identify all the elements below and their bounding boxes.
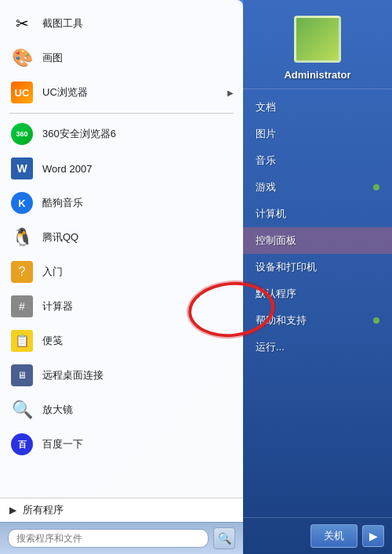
right-menu-item-help-support[interactable]: 帮助和支持 [243, 307, 392, 334]
start-menu: ✂ 截图工具 🎨 画图 UC UC浏览器 ▶ [0, 0, 392, 554]
right-menu-label-default-programs: 默认程序 [256, 287, 296, 301]
calculator-icon: # [9, 294, 34, 319]
search-bar: 🔍 [0, 522, 243, 554]
menu-item-word2007[interactable]: W Word 2007 [0, 151, 243, 186]
qq-icon: 🐧 [9, 225, 34, 250]
paint-icon: 🎨 [9, 45, 34, 71]
dot-indicator-2 [373, 317, 379, 324]
all-programs-item[interactable]: ▶ 所有程序 [0, 498, 243, 522]
menu-item-360-browser[interactable]: 360 360安全浏览器6 [0, 117, 243, 151]
all-programs-label: 所有程序 [23, 503, 64, 517]
menu-item-uc-browser[interactable]: UC UC浏览器 ▶ [0, 75, 243, 110]
right-menu-item-run[interactable]: 运行... [243, 334, 392, 360]
right-menu-label-documents: 文档 [256, 100, 276, 114]
right-menu-items: 文档 图片 音乐 游戏 计算机 控制面板 [243, 89, 392, 517]
menu-label-remote: 远程桌面连接 [42, 368, 103, 382]
menu-label-kugou: 酷狗音乐 [42, 196, 83, 210]
menu-item-notes[interactable]: 📋 便笺 [0, 324, 243, 358]
menu-label-magnifier: 放大镜 [42, 403, 73, 417]
left-menu-items: ✂ 截图工具 🎨 画图 UC UC浏览器 ▶ [0, 0, 243, 498]
scissors-icon: ✂ [9, 11, 34, 36]
search-input[interactable] [8, 529, 209, 548]
menu-item-magnifier[interactable]: 🔍 放大镜 [0, 393, 243, 427]
dot-indicator [373, 184, 379, 190]
right-menu-label-help-support: 帮助和支持 [256, 313, 307, 328]
right-panel: Administrator 文档 图片 音乐 游戏 计算机 [243, 0, 392, 554]
right-menu-item-control-panel[interactable]: 控制面板 [243, 227, 392, 254]
right-menu-label-music: 音乐 [256, 154, 276, 168]
shutdown-button[interactable]: 关机 [310, 524, 358, 548]
power-options-button[interactable]: ▶ [362, 525, 384, 547]
right-menu-label-devices-printers: 设备和打印机 [256, 260, 317, 274]
baidu-icon: 百 [9, 432, 34, 457]
menu-label-scissors: 截图工具 [42, 16, 83, 31]
right-menu-item-devices-printers[interactable]: 设备和打印机 [243, 254, 392, 281]
desktop: ✂ 截图工具 🎨 画图 UC UC浏览器 ▶ [0, 0, 392, 554]
right-menu-item-music[interactable]: 音乐 [243, 147, 392, 174]
menu-label-paint: 画图 [42, 51, 63, 65]
intro-icon: ? [9, 259, 34, 284]
right-menu-item-games[interactable]: 游戏 [243, 174, 392, 201]
menu-item-qq[interactable]: 🐧 腾讯QQ [0, 220, 243, 255]
right-menu-item-computer[interactable]: 计算机 [243, 201, 392, 227]
menu-item-intro[interactable]: ? 入门 [0, 255, 243, 289]
menu-label-word2007: Word 2007 [42, 163, 92, 175]
right-bottom: 关机 ▶ [243, 517, 392, 554]
submenu-arrow-icon: ▶ [227, 89, 234, 97]
menu-item-scissors[interactable]: ✂ 截图工具 [0, 6, 243, 41]
user-name: Administrator [284, 69, 350, 81]
menu-label-baidu: 百度一下 [42, 437, 83, 451]
right-menu-label-pictures: 图片 [256, 127, 276, 141]
user-section: Administrator [243, 0, 392, 89]
menu-label-calculator: 计算器 [42, 299, 73, 313]
360-browser-icon: 360 [9, 121, 34, 147]
right-menu-item-documents[interactable]: 文档 [243, 94, 392, 121]
right-menu-label-games: 游戏 [256, 180, 276, 194]
search-icon: 🔍 [218, 532, 231, 545]
kugou-icon: K [9, 190, 34, 215]
menu-label-360-browser: 360安全浏览器6 [42, 127, 116, 141]
search-button[interactable]: 🔍 [213, 527, 235, 549]
remote-icon: 🖥 [9, 363, 34, 388]
notes-icon: 📋 [9, 328, 34, 353]
left-panel: ✂ 截图工具 🎨 画图 UC UC浏览器 ▶ [0, 0, 243, 554]
uc-browser-icon: UC [9, 80, 34, 105]
avatar [294, 16, 341, 63]
menu-item-paint[interactable]: 🎨 画图 [0, 41, 243, 75]
menu-item-kugou[interactable]: K 酷狗音乐 [0, 186, 243, 220]
all-programs-triangle-icon: ▶ [9, 505, 16, 516]
menu-label-qq: 腾讯QQ [42, 230, 78, 244]
menu-item-remote[interactable]: 🖥 远程桌面连接 [0, 358, 243, 393]
power-arrow-icon: ▶ [369, 530, 378, 542]
menu-item-baidu[interactable]: 百 百度一下 [0, 427, 243, 462]
right-menu-label-control-panel: 控制面板 [256, 234, 296, 248]
right-menu-label-computer: 计算机 [256, 207, 286, 221]
right-menu-item-pictures[interactable]: 图片 [243, 121, 392, 147]
separator-1 [9, 113, 234, 114]
word-icon: W [9, 156, 34, 181]
magnifier-icon: 🔍 [9, 397, 34, 422]
right-menu-item-default-programs[interactable]: 默认程序 [243, 281, 392, 307]
menu-label-uc-browser: UC浏览器 [42, 85, 88, 100]
right-menu-label-run: 运行... [256, 340, 285, 354]
menu-item-calculator[interactable]: # 计算器 [0, 289, 243, 324]
menu-label-intro: 入门 [42, 265, 63, 279]
menu-label-notes: 便笺 [42, 334, 63, 348]
